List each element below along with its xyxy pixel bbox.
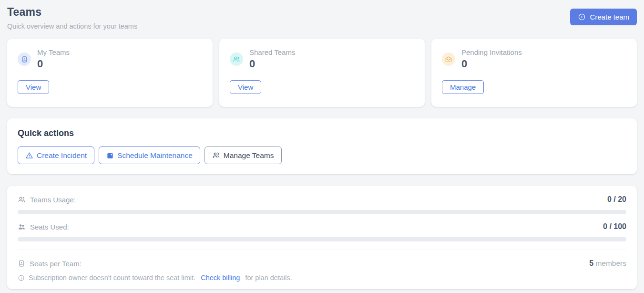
quick-actions-panel: Quick actions Create Incident	[7, 118, 637, 174]
stat-value: 0	[249, 58, 295, 70]
seats-used-row: Seats Used: 0 / 100	[18, 222, 626, 231]
seats-per-team-value: 5	[589, 259, 593, 267]
seats-per-team-label: Seats per Team:	[30, 260, 82, 268]
plus-circle-icon	[578, 13, 586, 21]
shared-teams-card: Shared Teams 0 View	[219, 39, 425, 107]
stat-label: Pending Invitations	[461, 48, 522, 56]
create-team-button-label: Create team	[590, 13, 629, 21]
warning-triangle-icon	[25, 151, 33, 159]
pending-invitations-manage-button[interactable]: Manage	[442, 80, 484, 94]
pending-invitations-card: Pending Invitations 0 Manage	[431, 39, 637, 107]
info-icon	[18, 274, 25, 282]
stat-label: Shared Teams	[249, 48, 295, 56]
schedule-maintenance-label: Schedule Maintenance	[117, 151, 193, 160]
seats-used-value: 0 / 100	[603, 222, 626, 231]
create-team-button[interactable]: Create team	[570, 9, 637, 25]
page-subtitle: Quick overview and actions for your team…	[7, 22, 137, 30]
teams-usage-value: 0 / 20	[607, 195, 626, 204]
stat-cards-row: My Teams 0 View Shared	[7, 39, 637, 107]
manage-teams-button[interactable]: Manage Teams	[204, 146, 282, 164]
shared-teams-view-button[interactable]: View	[230, 80, 261, 94]
stat-label: My Teams	[37, 48, 70, 56]
page-header-text: Teams Quick overview and actions for you…	[7, 6, 137, 30]
seat-limit-note: Subscription owner doesn't count toward …	[18, 274, 626, 282]
users-outline-icon	[18, 196, 26, 204]
check-billing-link[interactable]: Check billing	[201, 274, 240, 282]
mail-open-icon	[442, 52, 455, 66]
create-incident-button[interactable]: Create Incident	[18, 146, 94, 164]
stat-value: 0	[461, 58, 522, 70]
note-suffix: for plan details.	[245, 274, 292, 282]
page-header: Teams Quick overview and actions for you…	[7, 6, 637, 30]
users-filled-icon	[18, 223, 26, 231]
seats-used-progressbar	[18, 237, 626, 241]
quick-actions-title: Quick actions	[18, 128, 626, 138]
calendar-icon	[106, 152, 114, 159]
seats-per-team-suffix: members	[593, 259, 626, 267]
badge-icon	[18, 260, 25, 267]
page-title: Teams	[7, 6, 137, 19]
seats-per-team-row: Seats per Team: 5 members	[18, 259, 626, 268]
teams-usage-label: Teams Usage:	[30, 196, 76, 204]
seats-used-label: Seats Used:	[30, 223, 69, 231]
teams-usage-row: Teams Usage: 0 / 20	[18, 195, 626, 204]
note-prefix: Subscription owner doesn't count toward …	[29, 274, 195, 282]
manage-teams-label: Manage Teams	[224, 151, 274, 160]
my-teams-view-button[interactable]: View	[18, 80, 49, 94]
schedule-maintenance-button[interactable]: Schedule Maintenance	[99, 146, 200, 164]
create-incident-label: Create Incident	[37, 151, 87, 160]
teams-page: Teams Quick overview and actions for you…	[0, 0, 644, 289]
usage-panel: Teams Usage: 0 / 20 Seats Used: 0 / 100	[7, 186, 637, 289]
users-icon	[212, 151, 220, 159]
usage-divider	[18, 250, 626, 250]
users-icon	[230, 52, 243, 66]
stat-value: 0	[37, 58, 70, 70]
badge-icon	[18, 52, 31, 66]
my-teams-card: My Teams 0 View	[7, 39, 213, 107]
teams-usage-progressbar	[18, 210, 626, 214]
